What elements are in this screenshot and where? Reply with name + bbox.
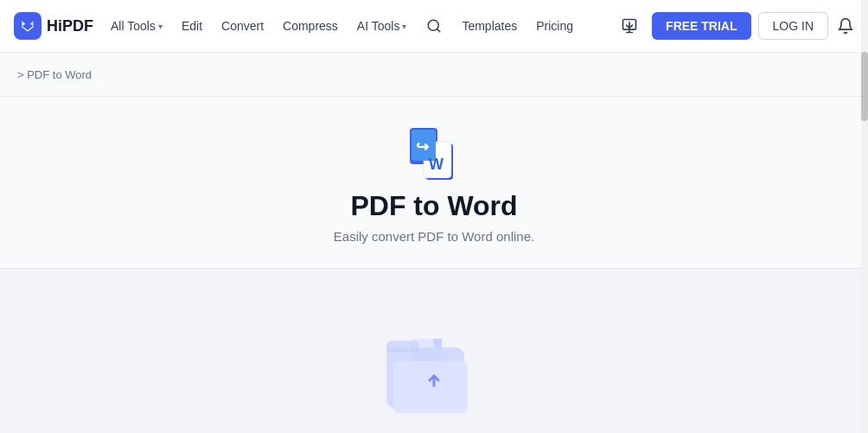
logo[interactable]: HiPDF [14,12,93,40]
breadcrumb-bar: > PDF to Word [0,53,868,97]
folder-icon [386,337,482,432]
scrollbar-thumb[interactable] [861,52,868,121]
all-tools-chevron-icon: ▾ [158,22,163,31]
nav-ai-tools[interactable]: AI Tools ▾ [348,0,416,53]
svg-line-1 [437,29,440,31]
nav-convert[interactable]: Convert [213,0,272,53]
navbar: HiPDF All Tools ▾ Edit Convert Compress … [0,0,868,53]
login-button[interactable]: LOG IN [758,12,828,40]
upload-section: Choose File [0,269,868,433]
breadcrumb[interactable]: > PDF to Word [17,68,92,81]
nav-all-tools[interactable]: All Tools ▾ [102,0,171,53]
notifications-button[interactable] [837,17,854,35]
nav-pricing[interactable]: Pricing [527,0,582,53]
download-button[interactable] [614,10,645,41]
nav-templates[interactable]: Templates [453,0,526,53]
nav-compress[interactable]: Compress [274,0,347,53]
hero-section: ↪ W PDF to Word Easily convert PDF to Wo… [0,97,868,269]
upload-illustration [386,337,482,432]
ai-tools-chevron-icon: ▾ [402,22,406,31]
hero-title: PDF to Word [350,190,517,222]
nav-edit[interactable]: Edit [173,0,211,53]
search-button[interactable] [418,10,450,41]
doc-fold [433,339,442,347]
logo-icon [14,12,41,40]
brand-name: HiPDF [47,17,93,35]
free-trial-button[interactable]: FREE TRIAL [652,12,750,40]
upload-arrow-icon [386,363,482,389]
svg-text:W: W [429,156,444,173]
svg-text:↪: ↪ [416,138,429,156]
hero-icon: ↪ W [406,124,462,180]
scrollbar-track[interactable] [861,0,868,433]
hero-subtitle: Easily convert PDF to Word online. [334,229,534,244]
